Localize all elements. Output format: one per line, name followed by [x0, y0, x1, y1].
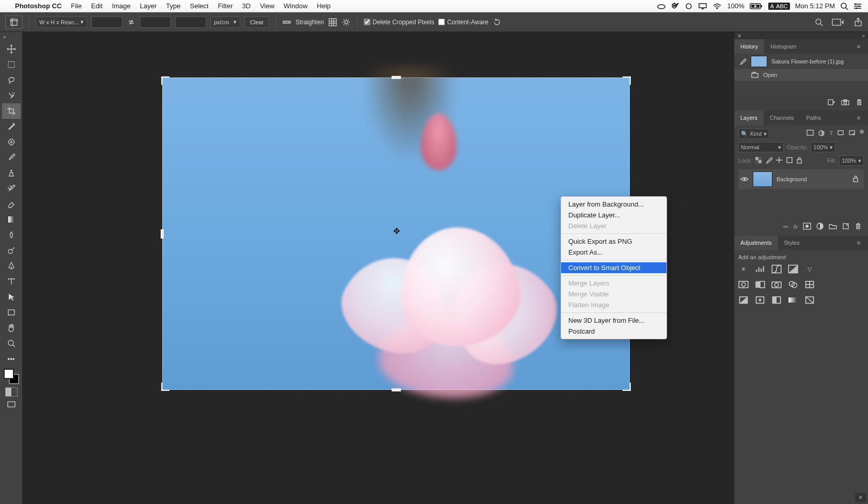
- menu-image[interactable]: Image: [107, 2, 135, 10]
- lock-trans-icon[interactable]: [755, 156, 762, 165]
- tool-crop[interactable]: [2, 103, 21, 119]
- ctx-export-as[interactable]: Export As...: [561, 247, 667, 258]
- tool-zoom[interactable]: [2, 336, 21, 351]
- new-snapshot-icon[interactable]: [841, 99, 849, 106]
- tool-hand[interactable]: [2, 320, 21, 336]
- tool-brush[interactable]: [2, 150, 21, 165]
- adj-channel-mixer-icon[interactable]: [788, 280, 798, 289]
- menu-layer[interactable]: Layer: [135, 2, 162, 10]
- tab-styles[interactable]: Styles: [778, 235, 806, 250]
- reset-crop-icon[interactable]: [492, 18, 502, 27]
- mask-icon[interactable]: [803, 223, 811, 231]
- adj-levels-icon[interactable]: [755, 264, 765, 274]
- filter-adjust-icon[interactable]: [818, 130, 825, 138]
- adj-bw-icon[interactable]: [755, 280, 765, 289]
- ctx-new-3d-layer[interactable]: New 3D Layer from File...: [561, 315, 667, 326]
- adj-threshold-icon[interactable]: [771, 295, 782, 305]
- tab-channels[interactable]: Channels: [764, 111, 800, 125]
- layer-background[interactable]: Background: [738, 169, 864, 189]
- tool-clone[interactable]: [2, 165, 21, 181]
- link-layers-icon[interactable]: ⚯: [783, 224, 788, 230]
- cloud-icon[interactable]: [657, 3, 666, 10]
- filter-shape-icon[interactable]: [837, 130, 844, 138]
- overlay-icon[interactable]: [328, 18, 337, 27]
- menu-3d[interactable]: 3D: [238, 2, 256, 10]
- delete-cropped-checkbox[interactable]: Delete Cropped Pixels: [364, 19, 434, 26]
- input-source[interactable]: A ABC: [768, 3, 790, 10]
- quickmask-toggle[interactable]: [5, 387, 18, 397]
- ctx-layer-from-bg[interactable]: Layer from Background...: [561, 199, 667, 210]
- tool-blur[interactable]: [2, 227, 21, 243]
- layer-visibility-icon[interactable]: [740, 176, 749, 182]
- tool-healing[interactable]: [2, 134, 21, 150]
- panel-collapse-icon[interactable]: »: [862, 33, 865, 39]
- tool-move[interactable]: [2, 41, 21, 57]
- layers-panel-menu-icon[interactable]: ≡: [853, 115, 865, 121]
- tool-type[interactable]: [2, 274, 21, 289]
- airplay-icon[interactable]: [698, 3, 707, 10]
- lock-image-icon[interactable]: [765, 156, 772, 165]
- new-adjustment-icon[interactable]: [816, 223, 824, 231]
- crop-unit-select[interactable]: px/cm▾: [210, 17, 240, 28]
- control-center-icon[interactable]: [854, 3, 862, 10]
- tab-paths[interactable]: Paths: [800, 111, 827, 125]
- tool-pen[interactable]: [2, 258, 21, 274]
- panel-close-icon[interactable]: ✕: [737, 33, 741, 39]
- tool-quick-select[interactable]: [2, 88, 21, 103]
- tool-lasso[interactable]: [2, 72, 21, 88]
- delete-layer-icon[interactable]: [855, 223, 862, 231]
- spotlight-icon[interactable]: [840, 2, 848, 10]
- filter-toggle-icon[interactable]: [860, 130, 864, 134]
- lock-pos-icon[interactable]: [776, 156, 783, 165]
- wifi-icon[interactable]: [712, 3, 722, 10]
- adj-hue-icon[interactable]: [738, 280, 749, 289]
- adj-exposure-icon[interactable]: [788, 264, 798, 274]
- menu-edit[interactable]: Edit: [86, 2, 107, 10]
- straighten-label[interactable]: Straighten: [296, 19, 324, 26]
- bottom-panel-close-icon[interactable]: ✕: [855, 493, 866, 502]
- lock-all-icon[interactable]: [796, 156, 802, 165]
- straighten-icon[interactable]: [282, 18, 291, 27]
- menu-filter[interactable]: Filter: [213, 2, 238, 10]
- tool-rect-marquee[interactable]: [2, 57, 21, 72]
- adj-selective-icon[interactable]: [804, 295, 815, 305]
- lock-artboard-icon[interactable]: [786, 156, 793, 165]
- delete-history-icon[interactable]: [856, 99, 863, 107]
- layer-filter-kind[interactable]: 🔍Kind▾: [738, 129, 769, 139]
- menu-type[interactable]: Type: [161, 2, 185, 10]
- filter-type-icon[interactable]: T: [829, 130, 833, 138]
- screen-mode-toggle[interactable]: [2, 397, 21, 412]
- history-doc-row[interactable]: Sakura Flower-before (1).jpg: [734, 54, 868, 69]
- new-layer-icon[interactable]: [842, 223, 849, 231]
- tool-eyedropper[interactable]: [2, 119, 21, 134]
- tool-gradient[interactable]: [2, 212, 21, 227]
- history-step-open[interactable]: Open: [734, 69, 868, 81]
- adj-invert-icon[interactable]: [738, 295, 749, 305]
- screenmode-icon[interactable]: [831, 18, 846, 27]
- adjustments-panel-menu-icon[interactable]: ≡: [853, 240, 865, 246]
- adj-photo-filter-icon[interactable]: [771, 280, 782, 289]
- search-icon[interactable]: [814, 18, 824, 27]
- document-canvas[interactable]: ✥: [162, 77, 630, 390]
- crop-settings-icon[interactable]: [342, 18, 351, 27]
- tool-path-select[interactable]: [2, 289, 21, 305]
- tool-history-brush[interactable]: [2, 181, 21, 196]
- adj-brightness-icon[interactable]: ☀: [738, 264, 749, 274]
- adj-posterize-icon[interactable]: [755, 295, 765, 305]
- history-panel-menu-icon[interactable]: ≡: [853, 43, 865, 50]
- menu-app[interactable]: Photoshop CC: [10, 2, 66, 10]
- color-swatches[interactable]: [4, 369, 19, 384]
- adj-lut-icon[interactable]: [804, 280, 815, 289]
- menu-help[interactable]: Help: [312, 2, 335, 10]
- crop-res-input[interactable]: [175, 17, 206, 28]
- adj-curves-icon[interactable]: [771, 264, 782, 274]
- tab-histogram[interactable]: Histogram: [764, 39, 802, 54]
- tool-dodge[interactable]: [2, 243, 21, 258]
- crop-height-input[interactable]: [140, 17, 171, 28]
- crop-width-input[interactable]: [91, 17, 122, 28]
- crop-preset-select[interactable]: W x H x Reso...▾: [36, 17, 87, 28]
- sync-icon[interactable]: [685, 3, 693, 10]
- content-aware-checkbox[interactable]: Content-Aware: [438, 19, 488, 26]
- opacity-field[interactable]: 100%▾: [811, 142, 835, 152]
- tab-layers[interactable]: Layers: [734, 111, 764, 125]
